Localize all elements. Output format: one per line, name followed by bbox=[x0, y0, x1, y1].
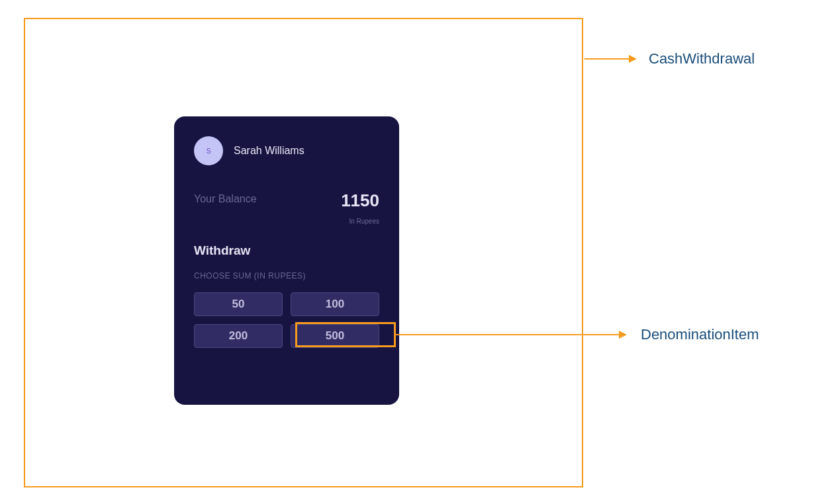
denomination-item-50[interactable]: 50 bbox=[194, 292, 283, 316]
denomination-item-500[interactable]: 500 bbox=[291, 324, 379, 348]
balance-amount: 1150 bbox=[341, 190, 379, 211]
user-name: Sarah Williams bbox=[234, 145, 304, 157]
arrow-head-icon bbox=[629, 55, 637, 63]
denomination-item-100[interactable]: 100 bbox=[291, 292, 379, 316]
withdraw-title: Withdraw bbox=[194, 243, 379, 258]
arrow-head-icon bbox=[619, 331, 627, 339]
choose-sum-label: CHOOSE SUM (IN RUPEES) bbox=[194, 271, 379, 280]
annotation-cash-withdrawal: CashWithdrawal bbox=[649, 50, 755, 67]
avatar: S bbox=[194, 136, 223, 165]
avatar-initial: S bbox=[207, 147, 211, 155]
denomination-item-200[interactable]: 200 bbox=[194, 324, 283, 348]
balance-label: Your Balance bbox=[194, 190, 257, 205]
denomination-grid: 50 100 200 500 bbox=[194, 292, 379, 348]
user-row: S Sarah Williams bbox=[194, 136, 379, 165]
arrow-line-denomination bbox=[396, 334, 621, 335]
balance-row: Your Balance 1150 In Rupees bbox=[194, 190, 379, 225]
annotation-denomination-item: DenominationItem bbox=[641, 326, 759, 343]
balance-unit: In Rupees bbox=[341, 218, 379, 225]
cash-withdrawal-card: S Sarah Williams Your Balance 1150 In Ru… bbox=[174, 116, 399, 405]
arrow-line-cash-withdrawal bbox=[584, 58, 631, 60]
balance-right: 1150 In Rupees bbox=[341, 190, 379, 225]
